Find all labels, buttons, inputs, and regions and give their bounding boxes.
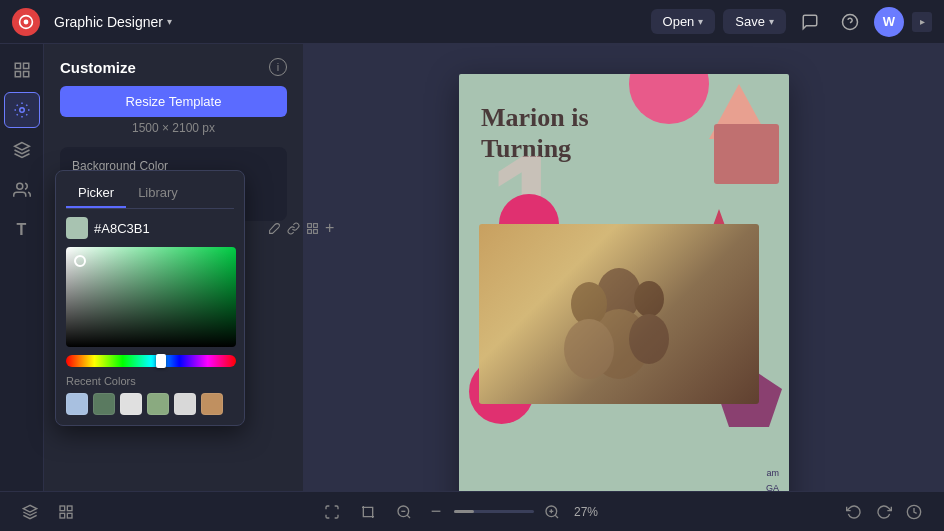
svg-rect-4 <box>23 63 28 68</box>
svg-point-20 <box>634 281 664 317</box>
app-name-chevron-icon: ▾ <box>167 16 172 27</box>
undo-button[interactable] <box>840 498 868 526</box>
history-buttons <box>840 498 928 526</box>
sidebar-icons: T <box>0 44 44 491</box>
recent-swatch-4[interactable] <box>174 393 196 415</box>
zoom-plus-button[interactable] <box>538 498 566 526</box>
svg-point-19 <box>564 319 614 379</box>
picker-tabs: Picker Library <box>66 181 234 209</box>
open-button[interactable]: Open ▾ <box>651 9 716 34</box>
sidebar-icon-customize[interactable] <box>4 92 40 128</box>
hue-slider[interactable] <box>66 355 236 367</box>
picker-tab-picker[interactable]: Picker <box>66 181 126 208</box>
info-icon[interactable]: i <box>269 58 287 76</box>
topbar: Graphic Designer ▾ Open ▾ Save ▾ W ▸ <box>0 0 944 44</box>
recent-swatch-5[interactable] <box>201 393 223 415</box>
dimensions-label: 1500 × 2100 px <box>44 121 303 135</box>
color-picker-popup: Picker Library + <box>55 170 245 426</box>
recent-swatch-3[interactable] <box>147 393 169 415</box>
app-name-button[interactable]: Graphic Designer ▾ <box>48 10 178 34</box>
svg-rect-3 <box>15 63 20 68</box>
svg-line-27 <box>407 515 410 518</box>
comment-button[interactable] <box>794 6 826 38</box>
svg-rect-25 <box>67 513 72 518</box>
save-chevron-icon: ▾ <box>769 16 774 27</box>
sidebar-icon-menu[interactable] <box>4 52 40 88</box>
svg-rect-23 <box>67 506 72 511</box>
svg-rect-24 <box>60 513 65 518</box>
resize-template-button[interactable]: Resize Template <box>60 86 287 117</box>
layers-button[interactable] <box>16 498 44 526</box>
help-button[interactable] <box>834 6 866 38</box>
sidebar-icon-layers[interactable] <box>4 132 40 168</box>
recent-swatch-0[interactable] <box>66 393 88 415</box>
customize-panel: Customize i Resize Template 1500 × 2100 … <box>44 44 304 491</box>
canvas-bottom-text: am GA Please RSVP via text (320) 123-123… <box>694 466 779 491</box>
picker-color-preview <box>66 217 88 239</box>
design-canvas: Marion is Turning 1 <box>459 74 789 491</box>
app-logo[interactable] <box>12 8 40 36</box>
zoom-out-button[interactable] <box>390 498 418 526</box>
svg-point-7 <box>19 108 24 113</box>
picker-link-button[interactable] <box>287 217 300 239</box>
shape-pink-circle-top <box>629 74 709 124</box>
canvas-area: Marion is Turning 1 <box>304 44 944 491</box>
recent-colors-row <box>66 393 234 415</box>
svg-rect-6 <box>23 72 28 77</box>
shape-pink-rect <box>714 124 779 184</box>
customize-title: Customize <box>60 59 136 76</box>
color-gradient-area[interactable] <box>66 247 236 347</box>
svg-point-8 <box>16 183 22 189</box>
expand-button[interactable]: ▸ <box>912 12 932 32</box>
sidebar-icon-text[interactable]: T <box>4 212 40 248</box>
crop-button[interactable] <box>354 498 382 526</box>
picker-tab-library[interactable]: Library <box>126 181 190 208</box>
svg-line-30 <box>555 515 558 518</box>
zoom-fill <box>454 510 474 513</box>
picker-hex-input[interactable] <box>94 221 262 236</box>
zoom-percentage: 27% <box>570 505 602 519</box>
app-name-label: Graphic Designer <box>54 14 163 30</box>
gradient-cursor <box>74 255 86 267</box>
redo-button[interactable] <box>870 498 898 526</box>
zoom-minus-button[interactable]: − <box>422 498 450 526</box>
hue-slider-thumb <box>156 354 166 368</box>
bottombar: − 27% <box>0 491 944 531</box>
svg-point-1 <box>24 19 29 24</box>
photo-placeholder <box>479 224 759 404</box>
avatar[interactable]: W <box>874 7 904 37</box>
recent-colors-label: Recent Colors <box>66 375 234 387</box>
grid-button[interactable] <box>52 498 80 526</box>
svg-rect-5 <box>15 72 20 77</box>
picker-hex-row: + <box>66 217 234 239</box>
main-area: T Customize i Resize Template 1500 × 210… <box>0 44 944 491</box>
save-button[interactable]: Save ▾ <box>723 9 786 34</box>
open-chevron-icon: ▾ <box>698 16 703 27</box>
history-button[interactable] <box>900 498 928 526</box>
recent-swatch-2[interactable] <box>120 393 142 415</box>
picker-eyedropper-button[interactable] <box>268 217 281 239</box>
fit-button[interactable] <box>318 498 346 526</box>
svg-rect-22 <box>60 506 65 511</box>
zoom-track <box>454 510 534 513</box>
recent-swatch-1[interactable] <box>93 393 115 415</box>
zoom-controls: − 27% <box>390 498 602 526</box>
sidebar-icon-people[interactable] <box>4 172 40 208</box>
customize-header: Customize i <box>44 44 303 86</box>
svg-point-21 <box>629 314 669 364</box>
